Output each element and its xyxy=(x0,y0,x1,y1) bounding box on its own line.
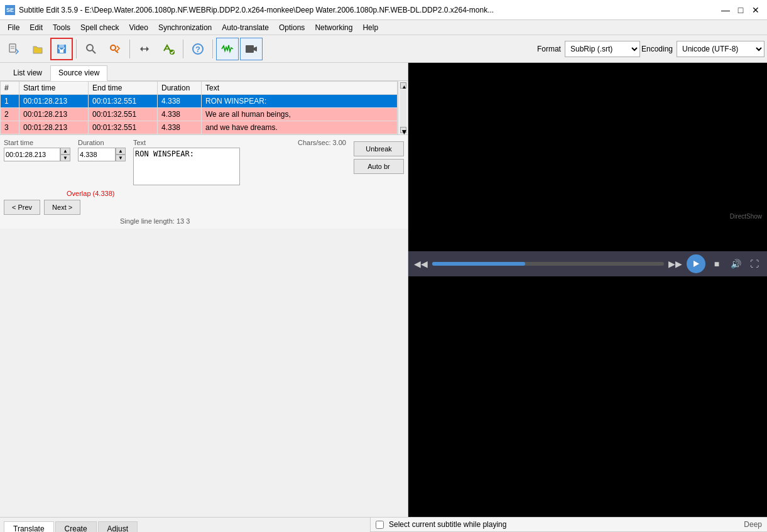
start-time-label: Start time xyxy=(4,139,70,146)
menu-spellcheck[interactable]: Spell check xyxy=(75,22,124,33)
unbreak-button[interactable]: Unbreak xyxy=(354,141,404,156)
start-time-input-group: ▲ ▼ xyxy=(4,148,70,161)
start-time-down[interactable]: ▼ xyxy=(60,155,70,161)
col-header-dur: Duration xyxy=(158,82,202,95)
cell-start: 00:01:28.213 xyxy=(19,108,89,121)
separator-4 xyxy=(212,40,213,58)
svg-rect-15 xyxy=(246,45,254,53)
subtitle-table-area: # Start time End time Duration Text 1 00… xyxy=(0,81,408,134)
directshow-label: DirectShow xyxy=(730,213,762,220)
col-header-end: End time xyxy=(89,82,158,95)
duration-up[interactable]: ▲ xyxy=(116,148,126,155)
duration-field: Duration ▲ ▼ xyxy=(78,139,126,161)
table-row[interactable]: 2 00:01:28.213 00:01:32.551 4.338 We are… xyxy=(1,108,398,121)
encoding-label: Encoding xyxy=(641,45,673,53)
translate-tabs: Translate Create Adjust xyxy=(0,518,370,532)
encoding-select[interactable]: Unicode (UTF-8) xyxy=(677,41,764,57)
menu-synchronization[interactable]: Synchronization xyxy=(153,22,217,33)
svg-marker-17 xyxy=(694,261,699,267)
titlebar: SE Subtitle Edit 3.5.9 - E:\Deep.Water.2… xyxy=(0,0,767,20)
select-while-playing-label: Select current subtitle while playing xyxy=(389,520,506,529)
toolbar: ? Format SubRip (.srt) Encoding Unicode … xyxy=(0,35,767,63)
maximize-button[interactable]: □ xyxy=(734,4,747,16)
cell-num: 1 xyxy=(1,95,19,108)
table-row[interactable]: 3 00:01:28.213 00:01:32.551 4.338 and we… xyxy=(1,121,398,134)
tab-create[interactable]: Create xyxy=(55,521,97,532)
start-time-up[interactable]: ▲ xyxy=(60,148,70,155)
subtitle-text-input[interactable]: RON WINSPEAR: xyxy=(133,148,240,185)
edit-row: Start time ▲ ▼ Duration xyxy=(4,139,404,187)
play-button[interactable] xyxy=(687,254,705,273)
duration-down[interactable]: ▼ xyxy=(116,155,126,161)
cell-end: 00:01:32.551 xyxy=(89,95,158,108)
app-icon: SE xyxy=(5,5,15,15)
waveform-view-button[interactable] xyxy=(216,38,239,60)
table-scrollbar[interactable]: ▲ ▼ xyxy=(398,81,408,134)
seek-bar[interactable] xyxy=(432,262,664,266)
titlebar-left: SE Subtitle Edit 3.5.9 - E:\Deep.Water.2… xyxy=(5,5,494,15)
cell-num: 2 xyxy=(1,108,19,121)
nav-buttons: < Prev Next > xyxy=(4,200,404,215)
menu-file[interactable]: File xyxy=(3,22,24,33)
open-button[interactable] xyxy=(26,38,49,60)
format-section: Format SubRip (.srt) xyxy=(537,41,640,57)
new-button[interactable] xyxy=(3,38,25,60)
menu-help[interactable]: Help xyxy=(357,22,383,33)
svg-rect-4 xyxy=(59,45,64,48)
cell-dur: 4.338 xyxy=(158,108,202,121)
table-row[interactable]: 1 00:01:28.213 00:01:32.551 4.338 RON WI… xyxy=(1,95,398,108)
left-panel: List view Source view # Start time End t… xyxy=(0,63,408,517)
rewind-button[interactable]: ◀◀ xyxy=(413,256,428,271)
duration-spin: ▲ ▼ xyxy=(116,148,126,161)
waveform-header: Select current subtitle while playing De… xyxy=(371,518,767,532)
tab-adjust[interactable]: Adjust xyxy=(98,521,138,532)
svg-point-12 xyxy=(170,50,175,55)
separator-2 xyxy=(129,40,130,58)
menu-autotranslate[interactable]: Auto-translate xyxy=(217,22,274,33)
help-button[interactable]: ? xyxy=(187,38,209,60)
fullscreen-button[interactable]: ⛶ xyxy=(747,256,762,271)
start-time-spin: ▲ ▼ xyxy=(60,148,70,161)
save-button[interactable] xyxy=(50,38,73,60)
next-button[interactable]: Next > xyxy=(44,200,80,215)
replace-button[interactable] xyxy=(104,38,126,60)
find-button[interactable] xyxy=(80,38,102,60)
window-title: Subtitle Edit 3.5.9 - E:\Deep.Water.2006… xyxy=(19,6,494,14)
select-while-playing-checkbox[interactable] xyxy=(376,521,384,529)
cell-num: 3 xyxy=(1,121,19,134)
action-buttons: Unbreak Auto br xyxy=(354,141,404,174)
close-button[interactable]: ✕ xyxy=(749,4,762,16)
cell-end: 00:01:32.551 xyxy=(89,121,158,134)
visual-sync-button[interactable] xyxy=(133,38,156,60)
forward-button[interactable]: ▶▶ xyxy=(668,256,683,271)
tab-list-view[interactable]: List view xyxy=(5,65,50,80)
view-tabs: List view Source view xyxy=(0,63,408,81)
tab-source-view[interactable]: Source view xyxy=(50,65,107,81)
menu-edit[interactable]: Edit xyxy=(24,22,48,33)
text-section: Text Chars/sec: 3.00 RON WINSPEAR: xyxy=(133,139,346,187)
volume-button[interactable]: 🔊 xyxy=(728,256,743,271)
bottom-section: Translate Create Adjust Auto repeat Auto… xyxy=(0,517,767,532)
minimize-button[interactable]: — xyxy=(719,4,732,16)
stop-button[interactable]: ■ xyxy=(709,256,724,271)
duration-input[interactable] xyxy=(78,148,116,161)
menu-tools[interactable]: Tools xyxy=(48,22,75,33)
cell-start: 00:01:28.213 xyxy=(19,95,89,108)
cell-dur: 4.338 xyxy=(158,95,202,108)
format-select[interactable]: SubRip (.srt) xyxy=(565,41,640,57)
video-view-button[interactable] xyxy=(240,38,263,60)
cell-text: and we have dreams. xyxy=(202,121,398,134)
menu-options[interactable]: Options xyxy=(274,22,310,33)
menu-video[interactable]: Video xyxy=(124,22,153,33)
video-controls: ◀◀ ▶▶ ■ 🔊 ⛶ xyxy=(408,251,767,276)
tab-translate[interactable]: Translate xyxy=(4,521,54,532)
auto-br-button[interactable]: Auto br xyxy=(354,159,404,174)
seek-bar-fill xyxy=(432,262,525,266)
edit-area: Start time ▲ ▼ Duration xyxy=(0,134,408,229)
spellcheck-button[interactable] xyxy=(157,38,180,60)
separator-3 xyxy=(183,40,183,58)
format-label: Format xyxy=(537,45,561,53)
prev-button[interactable]: < Prev xyxy=(4,200,40,215)
menu-networking[interactable]: Networking xyxy=(310,22,357,33)
start-time-input[interactable] xyxy=(4,148,60,161)
